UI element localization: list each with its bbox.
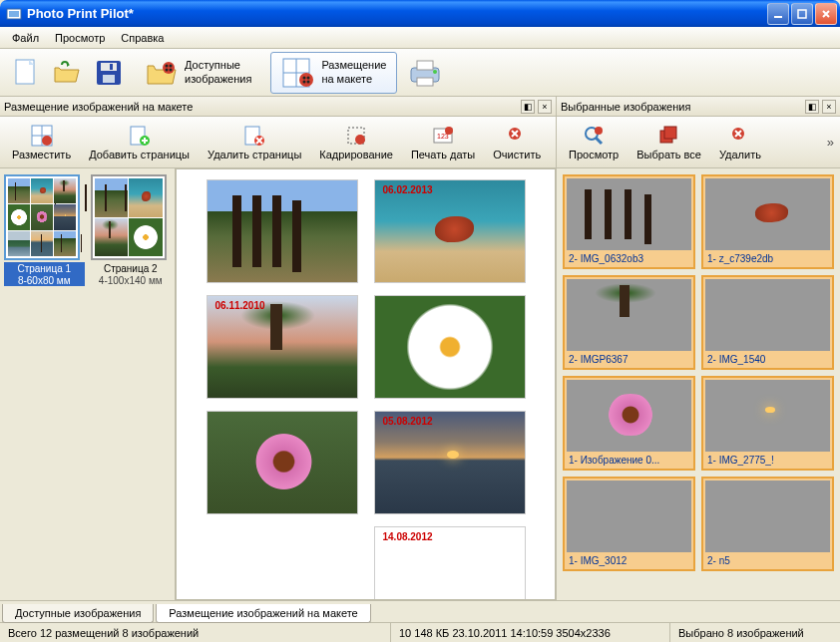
left-panel-toolbar: Разместить Добавить страницы Удалить стр… <box>0 117 556 168</box>
tab-available-images[interactable]: Доступные изображения <box>2 604 154 623</box>
available-images-label: Доступные изображения <box>185 59 251 85</box>
layout-slot[interactable] <box>374 295 526 399</box>
svg-point-29 <box>42 136 52 146</box>
layout-slot[interactable]: 14.08.2012 <box>374 526 526 600</box>
selected-image-item[interactable]: 1- IMG_3012 <box>563 477 695 571</box>
add-pages-button[interactable]: Добавить страницы <box>83 123 196 162</box>
layout-slot[interactable] <box>207 411 358 514</box>
overflow-icon[interactable]: » <box>827 135 834 150</box>
layout-slot[interactable]: 06.11.2010 <box>207 295 358 399</box>
pages-list: Страница 18-60x80 ммСтраница 24-100x140 … <box>0 168 176 600</box>
menu-file[interactable]: Файл <box>4 29 47 47</box>
svg-point-17 <box>299 73 313 87</box>
titlebar: Photo Print Pilot* <box>0 0 840 27</box>
select-all-button[interactable]: Выбрать все <box>630 123 707 162</box>
right-panel-header: Выбранные изображения ◧ × <box>557 97 840 117</box>
menu-help[interactable]: Справка <box>113 29 172 47</box>
svg-point-35 <box>355 135 365 145</box>
layout-placement-button[interactable]: Размещение на макете <box>270 52 397 94</box>
page-thumb[interactable]: Страница 18-60x80 мм <box>4 174 85 594</box>
delete-pages-button[interactable]: Удалить страницы <box>202 123 307 162</box>
delete-selected-button[interactable]: Удалить <box>713 123 767 162</box>
maximize-button[interactable] <box>791 3 813 25</box>
status-right: Выбрано 8 изображений <box>670 623 840 642</box>
window-title: Photo Print Pilot* <box>27 6 134 21</box>
left-panel-float-button[interactable]: ◧ <box>521 100 535 114</box>
svg-rect-6 <box>101 63 117 71</box>
svg-point-41 <box>595 127 603 135</box>
svg-rect-23 <box>417 61 433 70</box>
crop-button[interactable]: Кадрирование <box>313 123 399 162</box>
left-panel-close-button[interactable]: × <box>538 100 552 114</box>
selected-images-area: 2- IMG_0632ob31- z_c739e2db2- IMGP63672-… <box>557 168 840 600</box>
available-images-button[interactable]: Доступные изображения <box>134 53 262 93</box>
left-panel-header: Размещение изображений на макете ◧ × <box>0 97 556 117</box>
app-icon <box>6 6 22 22</box>
statusbar: Всего 12 размещений 8 изображений 10 148… <box>0 622 840 642</box>
new-button[interactable] <box>8 56 42 90</box>
svg-point-38 <box>445 127 453 135</box>
svg-rect-3 <box>798 10 806 18</box>
page-thumb[interactable]: Страница 24-100x140 мм <box>91 174 172 594</box>
save-button[interactable] <box>92 56 126 90</box>
bottom-tabs: Доступные изображения Размещение изображ… <box>0 600 840 622</box>
status-left: Всего 12 размещений 8 изображений <box>0 623 391 642</box>
open-button[interactable] <box>50 56 84 90</box>
right-panel-title: Выбранные изображения <box>561 101 690 113</box>
minimize-button[interactable] <box>767 3 789 25</box>
layout-canvas[interactable]: 06.02.201306.11.201005.08.201214.08.2012 <box>176 168 556 600</box>
svg-rect-8 <box>110 64 113 70</box>
selected-image-item[interactable]: 1- IMG_2775_! <box>701 376 834 471</box>
layout-placement-label: Размещение на макете <box>321 59 386 85</box>
view-button[interactable]: Просмотр <box>563 123 625 162</box>
main-toolbar: Доступные изображения Размещение на маке… <box>0 49 840 97</box>
selected-image-item[interactable]: 1- Изображение 0... <box>563 376 695 471</box>
svg-point-25 <box>433 70 437 74</box>
layout-slot[interactable]: 06.02.2013 <box>374 179 526 283</box>
svg-point-11 <box>170 64 173 67</box>
close-button[interactable] <box>815 3 837 25</box>
svg-point-21 <box>307 80 310 83</box>
layout-slot[interactable]: 05.08.2012 <box>374 411 526 514</box>
menubar: Файл Просмотр Справка <box>0 27 840 49</box>
svg-point-9 <box>163 62 175 74</box>
selected-image-item[interactable]: 2- IMG_1540 <box>701 275 834 370</box>
svg-rect-2 <box>774 16 782 18</box>
selected-image-item[interactable]: 2- n5 <box>701 477 834 571</box>
svg-point-19 <box>307 76 310 79</box>
svg-point-20 <box>303 80 306 83</box>
svg-point-10 <box>166 64 169 67</box>
right-panel-close-button[interactable]: × <box>822 100 836 114</box>
svg-rect-24 <box>417 78 433 86</box>
right-panel-float-button[interactable]: ◧ <box>805 100 819 114</box>
print-button[interactable] <box>405 56 445 90</box>
svg-rect-43 <box>664 127 676 139</box>
selected-image-item[interactable]: 2- IMG_0632ob3 <box>563 174 695 269</box>
menu-view[interactable]: Просмотр <box>47 29 113 47</box>
svg-rect-7 <box>103 75 115 83</box>
selected-image-item[interactable]: 2- IMGP6367 <box>563 275 695 370</box>
left-panel-title: Размещение изображений на макете <box>4 101 193 113</box>
tab-layout-placement[interactable]: Размещение изображений на макете <box>156 604 370 623</box>
selected-image-item[interactable]: 1- z_c739e2db <box>701 174 834 269</box>
right-panel-toolbar: Просмотр Выбрать все Удалить » <box>557 117 840 168</box>
clear-button[interactable]: Очистить <box>487 123 547 162</box>
svg-point-18 <box>303 76 306 79</box>
svg-rect-1 <box>9 11 19 17</box>
status-mid: 10 148 КБ 23.10.2011 14:10:59 3504x2336 <box>391 623 670 642</box>
place-button[interactable]: Разместить <box>6 123 77 162</box>
print-date-button[interactable]: 123Печать даты <box>405 123 481 162</box>
svg-point-13 <box>170 68 173 71</box>
layout-slot[interactable] <box>207 179 358 283</box>
svg-point-12 <box>166 68 169 71</box>
